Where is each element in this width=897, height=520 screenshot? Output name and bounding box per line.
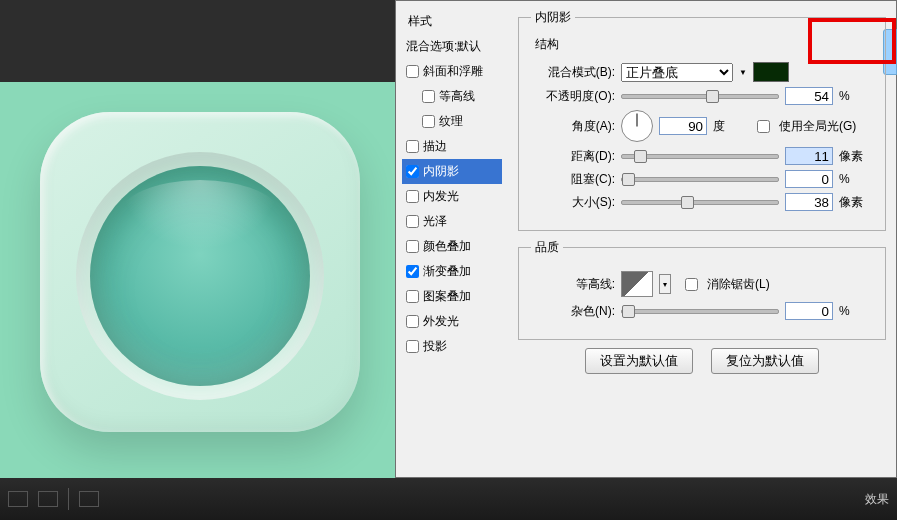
blend-mode-select[interactable]: 正片叠底	[621, 63, 733, 82]
style-label: 内发光	[423, 188, 459, 205]
contour-dropdown[interactable]: ▾	[659, 274, 671, 294]
reset-default-button[interactable]: 复位为默认值	[711, 348, 819, 374]
opacity-unit: %	[839, 89, 873, 103]
shadow-color-swatch[interactable]	[753, 62, 789, 82]
styles-header: 样式	[402, 9, 502, 34]
choke-slider[interactable]	[621, 177, 779, 182]
opacity-label: 不透明度(O):	[531, 88, 615, 105]
style-label: 纹理	[439, 113, 463, 130]
distance-slider[interactable]	[621, 154, 779, 159]
make-default-button[interactable]: 设置为默认值	[585, 348, 693, 374]
style-label: 图案叠加	[423, 288, 471, 305]
angle-unit: 度	[713, 118, 747, 135]
style-item[interactable]: 外发光	[402, 309, 502, 334]
style-item[interactable]: 描边	[402, 134, 502, 159]
size-unit: 像素	[839, 194, 873, 211]
style-checkbox[interactable]	[406, 315, 419, 328]
inner-shadow-group: 内阴影 结构 混合模式(B): 正片叠底 ▼ 不透明度(O): %	[518, 9, 886, 231]
style-label: 内阴影	[423, 163, 459, 180]
inner-shadow-legend: 内阴影	[531, 9, 575, 26]
size-slider[interactable]	[621, 200, 779, 205]
style-checkbox[interactable]	[406, 215, 419, 228]
distance-input[interactable]	[785, 147, 833, 165]
noise-unit: %	[839, 304, 873, 318]
angle-input[interactable]	[659, 117, 707, 135]
style-checkbox[interactable]	[406, 240, 419, 253]
quality-group: 品质 等高线: ▾ 消除锯齿(L) 杂色(N): %	[518, 239, 886, 340]
structure-group: 结构 混合模式(B): 正片叠底 ▼ 不透明度(O): % 角度(A	[531, 36, 873, 216]
angle-dial[interactable]	[621, 110, 653, 142]
style-checkbox[interactable]	[406, 165, 419, 178]
style-checkbox[interactable]	[406, 340, 419, 353]
style-checkbox[interactable]	[406, 140, 419, 153]
noise-slider[interactable]	[621, 309, 779, 314]
style-label: 描边	[423, 138, 447, 155]
contour-label: 等高线:	[531, 276, 615, 293]
style-checkbox[interactable]	[406, 290, 419, 303]
style-label: 渐变叠加	[423, 263, 471, 280]
style-checkbox[interactable]	[422, 90, 435, 103]
style-item[interactable]: 等高线	[402, 84, 502, 109]
style-item[interactable]: 光泽	[402, 209, 502, 234]
choke-input[interactable]	[785, 170, 833, 188]
opacity-input[interactable]	[785, 87, 833, 105]
distance-label: 距离(D):	[531, 148, 615, 165]
layer-style-dialog: 样式 混合选项:默认 斜面和浮雕等高线纹理描边内阴影内发光光泽颜色叠加渐变叠加图…	[395, 0, 897, 478]
style-checkbox[interactable]	[422, 115, 435, 128]
paths-icon[interactable]	[79, 491, 99, 507]
size-label: 大小(S):	[531, 194, 615, 211]
opacity-slider[interactable]	[621, 94, 779, 99]
blending-options[interactable]: 混合选项:默认	[402, 34, 502, 59]
noise-label: 杂色(N):	[531, 303, 615, 320]
style-checkbox[interactable]	[406, 265, 419, 278]
style-label: 外发光	[423, 313, 459, 330]
antialias-checkbox[interactable]	[685, 278, 698, 291]
style-item[interactable]: 投影	[402, 334, 502, 359]
style-checkbox[interactable]	[406, 190, 419, 203]
style-label: 颜色叠加	[423, 238, 471, 255]
size-input[interactable]	[785, 193, 833, 211]
style-item[interactable]: 斜面和浮雕	[402, 59, 502, 84]
quality-legend: 品质	[531, 239, 563, 256]
style-checkbox[interactable]	[406, 65, 419, 78]
icon-orb	[90, 166, 310, 386]
antialias-label: 消除锯齿(L)	[707, 276, 770, 293]
fx-label: 效果	[865, 491, 889, 508]
style-label: 斜面和浮雕	[423, 63, 483, 80]
global-light-checkbox[interactable]	[757, 120, 770, 133]
styles-list: 样式 混合选项:默认 斜面和浮雕等高线纹理描边内阴影内发光光泽颜色叠加渐变叠加图…	[396, 1, 508, 477]
style-label: 等高线	[439, 88, 475, 105]
channels-icon[interactable]	[38, 491, 58, 507]
layers-icon[interactable]	[8, 491, 28, 507]
angle-label: 角度(A):	[531, 118, 615, 135]
style-label: 光泽	[423, 213, 447, 230]
blend-mode-label: 混合模式(B):	[531, 64, 615, 81]
choke-unit: %	[839, 172, 873, 186]
style-item[interactable]: 内阴影	[402, 159, 502, 184]
style-item[interactable]: 纹理	[402, 109, 502, 134]
global-light-label: 使用全局光(G)	[779, 118, 856, 135]
style-label: 投影	[423, 338, 447, 355]
style-item[interactable]: 颜色叠加	[402, 234, 502, 259]
contour-picker[interactable]	[621, 271, 653, 297]
style-item[interactable]: 内发光	[402, 184, 502, 209]
status-bar: 效果	[0, 478, 897, 520]
choke-label: 阻塞(C):	[531, 171, 615, 188]
style-item[interactable]: 图案叠加	[402, 284, 502, 309]
style-item[interactable]: 渐变叠加	[402, 259, 502, 284]
noise-input[interactable]	[785, 302, 833, 320]
distance-unit: 像素	[839, 148, 873, 165]
structure-legend: 结构	[531, 36, 563, 53]
